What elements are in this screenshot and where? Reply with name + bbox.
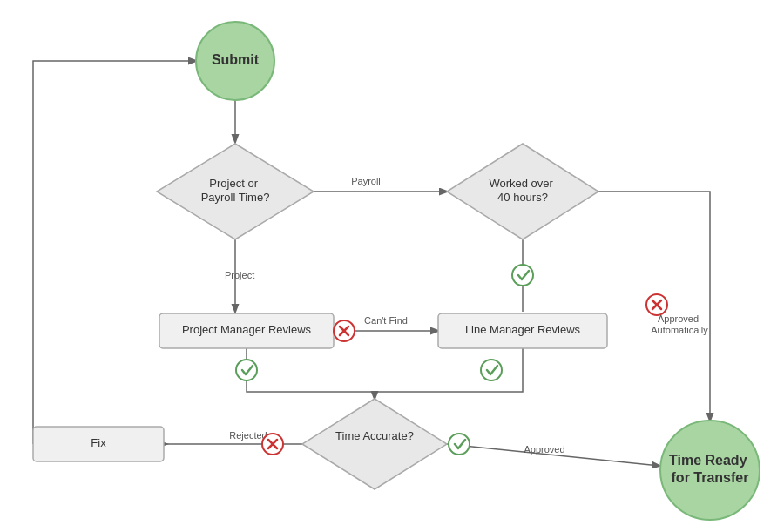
submit-label: Submit [212,52,260,67]
check-lm-approved [481,360,502,380]
check-40-yes [512,265,533,286]
worked-over-40-label: Worked over 40 hours? [489,177,556,204]
edge-fix-to-submit [33,61,196,444]
line-manager-label: Line Manager Reviews [465,323,581,336]
check-approved [449,434,470,455]
cant-find-label: Can't Find [364,315,408,326]
payroll-label: Payroll [351,176,381,186]
check-pm-approved [236,360,257,380]
approved-auto-label: Approved Automatically [651,313,708,335]
project-manager-label: Project Manager Reviews [182,323,312,336]
project-label: Project [225,270,254,280]
approved-label: Approved [524,444,564,455]
time-accurate-label: Time Accurate? [335,429,414,442]
edge-pm-approved [247,348,375,399]
rejected-label: Rejected [229,430,267,441]
project-payroll-label: Project or Payroll Time? [201,177,270,204]
fix-label: Fix [91,436,106,449]
time-accurate-diamond [302,399,447,489]
